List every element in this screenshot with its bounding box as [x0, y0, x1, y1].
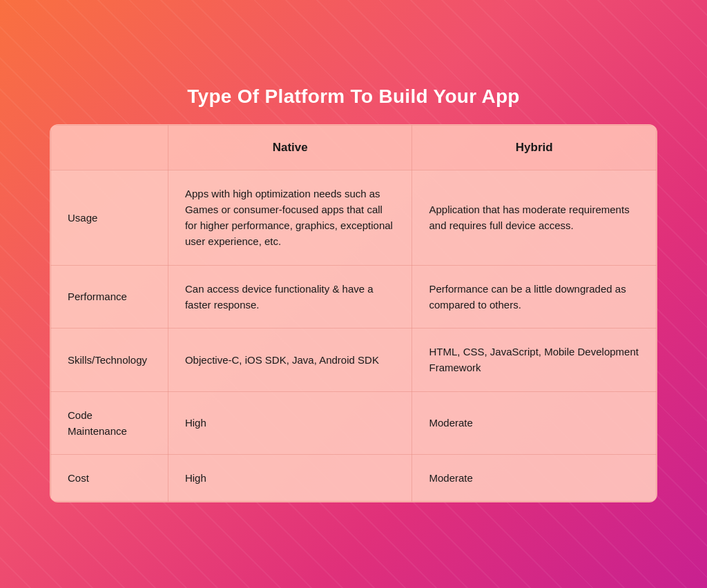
- table-row: UsageApps with high optimization needs s…: [51, 170, 657, 265]
- table-row: PerformanceCan access device functionali…: [51, 265, 657, 329]
- table-row: Skills/TechnologyObjective-C, iOS SDK, J…: [51, 329, 657, 392]
- header-native: Native: [168, 125, 412, 170]
- row-native-value: Apps with high optimization needs such a…: [168, 170, 412, 265]
- table-row: Code MaintenanceHighModerate: [51, 391, 657, 455]
- row-native-value: Objective-C, iOS SDK, Java, Android SDK: [168, 329, 412, 392]
- row-label: Code Maintenance: [51, 391, 168, 455]
- row-native-value: Can access device functionality & have a…: [168, 265, 412, 329]
- row-hybrid-value: HTML, CSS, JavaScript, Mobile Developmen…: [412, 329, 657, 392]
- table-row: CostHighModerate: [51, 455, 657, 502]
- row-native-value: High: [168, 391, 412, 455]
- row-hybrid-value: Performance can be a little downgraded a…: [412, 265, 657, 329]
- row-label: Skills/Technology: [51, 329, 168, 392]
- page-title: Type Of Platform To Build Your App: [187, 86, 520, 108]
- comparison-table-wrapper: Native Hybrid UsageApps with high optimi…: [50, 124, 657, 503]
- row-hybrid-value: Moderate: [412, 391, 657, 455]
- header-hybrid: Hybrid: [412, 125, 657, 170]
- comparison-table: Native Hybrid UsageApps with high optimi…: [50, 125, 657, 502]
- row-label: Cost: [51, 455, 168, 502]
- row-hybrid-value: Application that has moderate requiremen…: [412, 170, 657, 265]
- row-hybrid-value: Moderate: [412, 455, 657, 502]
- header-category: [51, 125, 168, 170]
- row-native-value: High: [168, 455, 412, 502]
- row-label: Usage: [51, 170, 168, 265]
- row-label: Performance: [51, 265, 168, 329]
